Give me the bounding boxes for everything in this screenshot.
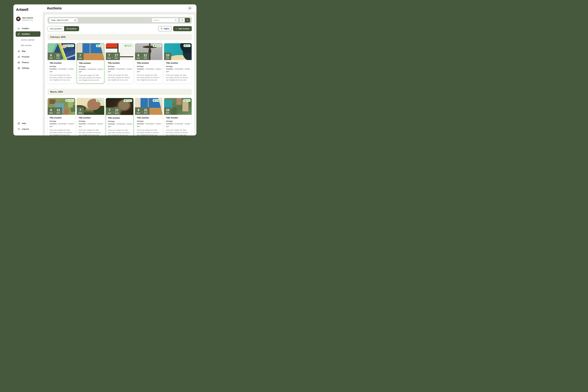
meta-separator: | bbox=[125, 123, 127, 125]
date-range-picker[interactable]: Today - March 21,2025 bbox=[49, 18, 78, 22]
start-month: MAR bbox=[166, 112, 169, 114]
auction-house: Heritage Auctions bbox=[79, 66, 86, 70]
sidebar-subitem-auctions-calendar[interactable]: Auctions calendar bbox=[21, 39, 40, 41]
gavel-icon bbox=[17, 33, 20, 35]
auction-card[interactable]: Live 7 MAR . Title Auction Heritage Auct… bbox=[77, 98, 105, 136]
auction-card[interactable]: Live 10 MAR . Title Auction Heritage Auc… bbox=[164, 98, 192, 136]
status-dot-icon bbox=[185, 100, 186, 101]
sidebar-item-log-out[interactable]: Log-out bbox=[16, 126, 40, 132]
plus-icon bbox=[176, 28, 178, 30]
search-box bbox=[152, 18, 178, 22]
sidebar-item-promote[interactable]: Promote bbox=[16, 54, 40, 60]
end-date: 17 MAR bbox=[115, 109, 119, 114]
auction-card[interactable]: Live 7 FEB . Title Auction Heritage Auct… bbox=[77, 43, 105, 84]
start-day: 10 bbox=[166, 54, 169, 57]
sidebar-item-label: Help bbox=[22, 122, 26, 124]
filters-button[interactable]: Filters bbox=[158, 26, 172, 31]
status-label: Live bbox=[99, 100, 102, 101]
date-separator: . bbox=[142, 110, 143, 114]
end-month: FEB bbox=[115, 58, 118, 59]
auctions-panel: Today - March 21,2025 bbox=[45, 14, 194, 136]
notifications-button[interactable] bbox=[187, 6, 193, 11]
auction-city: Amsterdam bbox=[58, 68, 67, 70]
status-badge: Live bbox=[184, 99, 191, 102]
auction-city: Amsterdam bbox=[146, 123, 154, 125]
status-dot-icon bbox=[154, 45, 155, 46]
meta-separator: | bbox=[67, 68, 68, 70]
meta-separator: | bbox=[144, 123, 146, 125]
auction-house: Heritage Auctions bbox=[166, 66, 173, 70]
start-date: 7 MAR bbox=[108, 109, 111, 114]
sidebar-item-auctions[interactable]: Auctions bbox=[16, 31, 40, 37]
auction-card[interactable]: Online 8 MAR . 21 MAR Title Auction Heri… bbox=[135, 98, 163, 136]
start-date: 8 FEB bbox=[137, 54, 140, 59]
auction-card[interactable]: Online 8 FEB . 21 FEB Title Auction Heri… bbox=[135, 43, 163, 84]
filters-label: Filters bbox=[164, 28, 169, 30]
sidebar-item-insights[interactable]: Insights bbox=[16, 26, 40, 31]
end-month: MAR bbox=[144, 112, 148, 114]
app-logo: Artwell bbox=[16, 8, 40, 12]
date-overlay: 7 MAR . 17 MAR bbox=[106, 108, 120, 115]
start-date: 7 FEB bbox=[79, 54, 82, 59]
calendar-view-button[interactable] bbox=[180, 18, 185, 22]
status-badge: Live bbox=[184, 44, 191, 47]
start-month: FEB bbox=[166, 58, 169, 59]
meta-separator: | bbox=[183, 68, 185, 70]
new-auction-button[interactable]: New Auction bbox=[173, 26, 192, 31]
auction-card[interactable]: Online 6 FEB . 21 FEB Title Auction Heri… bbox=[47, 43, 75, 84]
auction-card-body: Title Auction Heritage Auctions|Amsterda… bbox=[164, 115, 192, 136]
status-label: Online bbox=[127, 100, 131, 102]
auction-scope-tabs: Your auctions All auctions bbox=[47, 26, 79, 31]
sidebar-subitem-task-overview[interactable]: Task overview bbox=[21, 44, 40, 46]
auction-card-body: Title Auction Heritage Auctions|Amsterda… bbox=[106, 115, 133, 136]
start-day: 7 bbox=[108, 54, 111, 57]
search-input[interactable] bbox=[154, 19, 175, 21]
auction-card[interactable]: Online 7 FEB . 17 FEB Title Auction Heri… bbox=[106, 43, 134, 84]
start-month: MAR bbox=[137, 112, 140, 114]
meta-separator: | bbox=[144, 68, 146, 70]
sidebar-item-help[interactable]: Help bbox=[16, 121, 40, 126]
start-date: 10 MAR bbox=[166, 109, 169, 114]
sidebar-item-label: Auctions bbox=[22, 33, 30, 35]
start-date: 6 FEB bbox=[49, 54, 53, 59]
cards-grid-february: Online 6 FEB . 21 FEB Title Auction Heri… bbox=[47, 43, 192, 84]
start-day: 8 bbox=[137, 109, 140, 112]
user-email: Jake@Artwell.nl bbox=[22, 19, 33, 21]
date-separator: . bbox=[54, 110, 55, 114]
section-header-march: March, 2025 bbox=[47, 89, 192, 95]
auction-card[interactable]: Online 7 MAR . 17 MAR Title Auction Heri… bbox=[106, 98, 134, 136]
toolbar: Today - March 21,2025 bbox=[47, 17, 192, 24]
start-date: 8 MAR bbox=[137, 109, 140, 114]
sidebar-item-map[interactable]: Map bbox=[16, 48, 40, 54]
auction-house: Heritage Auctions bbox=[108, 66, 115, 70]
sidebar-item-settings[interactable]: Settings bbox=[16, 66, 40, 71]
date-overlay: 10 MAR . bbox=[164, 107, 171, 115]
tabs-row: Your auctions All auctions Filters New A… bbox=[47, 26, 192, 31]
auction-artwork-image: Live 7 MAR . bbox=[77, 98, 104, 115]
meta-separator: | bbox=[125, 68, 126, 70]
auction-title: Title Auction bbox=[137, 116, 161, 119]
sidebar-footer-nav: HelpLog-out bbox=[16, 121, 40, 132]
auction-card-body: Title Auction Heritage Auctions|Amsterda… bbox=[135, 115, 163, 136]
section-header-february: February, 2025 bbox=[47, 34, 192, 40]
date-overlay: 8 FEB . 21 FEB bbox=[135, 52, 149, 60]
funnel-icon bbox=[161, 28, 163, 30]
sidebar-item-finance[interactable]: Finance bbox=[16, 60, 40, 65]
end-month: FEB bbox=[144, 58, 147, 59]
tab-your-auctions[interactable]: Your auctions bbox=[48, 26, 64, 31]
list-view-button[interactable] bbox=[185, 18, 190, 22]
auction-description: Fusce non congue nisl. Nam eros dolor, p… bbox=[49, 74, 73, 81]
user-profile[interactable]: Jake Osthoff Jake@Artwell.nl bbox=[16, 16, 40, 21]
auction-card[interactable]: Live 10 FEB . Title Auction Heritage Auc… bbox=[164, 43, 192, 84]
auction-artwork-image: Online 7 FEB . 17 FEB bbox=[106, 43, 133, 60]
date-overlay: 8 MAR . 21 MAR bbox=[135, 107, 150, 115]
calendar-icon bbox=[74, 19, 76, 21]
status-dot-icon bbox=[125, 100, 126, 101]
date-separator: . bbox=[54, 55, 55, 59]
auction-card[interactable]: Online 6 MAR . 21 MAR Title Auction Heri… bbox=[47, 98, 75, 136]
auction-card-body: Title Auction Heritage Auctions|Amsterda… bbox=[48, 115, 75, 136]
tab-all-auctions[interactable]: All auctions bbox=[64, 26, 79, 31]
date-separator: . bbox=[141, 55, 142, 59]
start-month: FEB bbox=[108, 58, 111, 59]
start-month: MAR bbox=[108, 112, 111, 114]
